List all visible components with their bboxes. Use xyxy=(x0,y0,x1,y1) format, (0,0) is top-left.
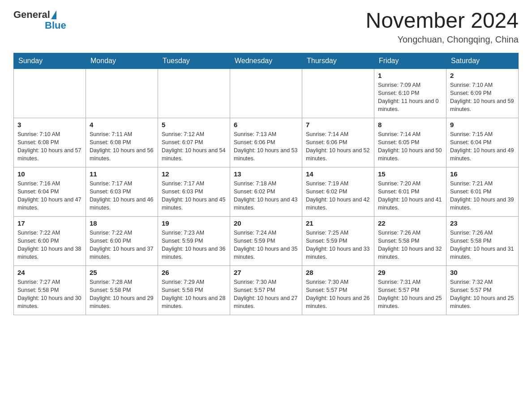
day-number: 28 xyxy=(306,269,370,276)
day-info: Sunrise: 7:13 AMSunset: 6:06 PMDaylight:… xyxy=(234,130,298,163)
calendar-cell: 24Sunrise: 7:27 AMSunset: 5:58 PMDayligh… xyxy=(14,265,86,315)
week-row-4: 17Sunrise: 7:22 AMSunset: 6:00 PMDayligh… xyxy=(14,216,519,265)
day-header-friday: Friday xyxy=(374,53,446,68)
logo-general-text: General xyxy=(13,9,50,21)
day-info: Sunrise: 7:18 AMSunset: 6:02 PMDaylight:… xyxy=(234,180,298,212)
day-info: Sunrise: 7:14 AMSunset: 6:05 PMDaylight:… xyxy=(378,130,442,163)
day-header-wednesday: Wednesday xyxy=(230,53,302,68)
day-header-tuesday: Tuesday xyxy=(158,53,230,68)
calendar-cell: 27Sunrise: 7:30 AMSunset: 5:57 PMDayligh… xyxy=(230,265,302,315)
day-info: Sunrise: 7:20 AMSunset: 6:01 PMDaylight:… xyxy=(378,180,442,212)
day-number: 29 xyxy=(378,269,442,276)
calendar-cell xyxy=(302,68,374,118)
week-row-5: 24Sunrise: 7:27 AMSunset: 5:58 PMDayligh… xyxy=(14,265,519,315)
day-info: Sunrise: 7:10 AMSunset: 6:08 PMDaylight:… xyxy=(17,130,82,163)
title-block: November 2024 Yongchuan, Chongqing, Chin… xyxy=(365,9,519,45)
day-info: Sunrise: 7:14 AMSunset: 6:06 PMDaylight:… xyxy=(306,130,370,163)
calendar-cell: 13Sunrise: 7:18 AMSunset: 6:02 PMDayligh… xyxy=(230,167,302,216)
day-info: Sunrise: 7:21 AMSunset: 6:01 PMDaylight:… xyxy=(450,180,515,212)
page-header: General Blue November 2024 Yongchuan, Ch… xyxy=(13,9,519,45)
calendar-cell: 12Sunrise: 7:17 AMSunset: 6:03 PMDayligh… xyxy=(158,167,230,216)
day-info: Sunrise: 7:24 AMSunset: 5:59 PMDaylight:… xyxy=(234,229,298,261)
day-number: 20 xyxy=(234,219,298,227)
calendar-cell: 4Sunrise: 7:11 AMSunset: 6:08 PMDaylight… xyxy=(86,118,158,167)
calendar-cell: 7Sunrise: 7:14 AMSunset: 6:06 PMDaylight… xyxy=(302,118,374,167)
day-info: Sunrise: 7:29 AMSunset: 5:58 PMDaylight:… xyxy=(162,278,226,311)
day-info: Sunrise: 7:09 AMSunset: 6:10 PMDaylight:… xyxy=(378,81,442,114)
calendar-cell: 23Sunrise: 7:26 AMSunset: 5:58 PMDayligh… xyxy=(446,216,519,265)
day-number: 4 xyxy=(90,121,154,128)
calendar-header-row: SundayMondayTuesdayWednesdayThursdayFrid… xyxy=(14,53,519,68)
day-number: 13 xyxy=(234,170,298,178)
day-info: Sunrise: 7:26 AMSunset: 5:58 PMDaylight:… xyxy=(450,229,515,261)
day-number: 14 xyxy=(306,170,370,178)
calendar-cell: 1Sunrise: 7:09 AMSunset: 6:10 PMDaylight… xyxy=(374,68,446,118)
calendar-cell: 25Sunrise: 7:28 AMSunset: 5:58 PMDayligh… xyxy=(86,265,158,315)
calendar-cell: 10Sunrise: 7:16 AMSunset: 6:04 PMDayligh… xyxy=(14,167,86,216)
day-info: Sunrise: 7:12 AMSunset: 6:07 PMDaylight:… xyxy=(162,130,226,163)
day-header-monday: Monday xyxy=(86,53,158,68)
day-number: 15 xyxy=(378,170,442,178)
calendar-cell: 3Sunrise: 7:10 AMSunset: 6:08 PMDaylight… xyxy=(14,118,86,167)
calendar-cell: 26Sunrise: 7:29 AMSunset: 5:58 PMDayligh… xyxy=(158,265,230,315)
calendar-cell: 14Sunrise: 7:19 AMSunset: 6:02 PMDayligh… xyxy=(302,167,374,216)
month-title: November 2024 xyxy=(365,9,519,33)
day-info: Sunrise: 7:22 AMSunset: 6:00 PMDaylight:… xyxy=(90,229,154,261)
day-info: Sunrise: 7:27 AMSunset: 5:58 PMDaylight:… xyxy=(17,278,82,311)
calendar-cell: 19Sunrise: 7:23 AMSunset: 5:59 PMDayligh… xyxy=(158,216,230,265)
day-number: 10 xyxy=(17,170,82,178)
day-number: 19 xyxy=(162,219,226,227)
day-number: 21 xyxy=(306,219,370,227)
day-info: Sunrise: 7:16 AMSunset: 6:04 PMDaylight:… xyxy=(17,180,82,212)
logo-blue-text: Blue xyxy=(45,20,66,31)
day-number: 6 xyxy=(234,121,298,128)
week-row-2: 3Sunrise: 7:10 AMSunset: 6:08 PMDaylight… xyxy=(14,118,519,167)
day-number: 18 xyxy=(90,219,154,227)
day-number: 8 xyxy=(378,121,442,128)
day-info: Sunrise: 7:17 AMSunset: 6:03 PMDaylight:… xyxy=(162,180,226,212)
calendar-cell: 30Sunrise: 7:32 AMSunset: 5:57 PMDayligh… xyxy=(446,265,519,315)
day-info: Sunrise: 7:19 AMSunset: 6:02 PMDaylight:… xyxy=(306,180,370,212)
calendar-cell: 5Sunrise: 7:12 AMSunset: 6:07 PMDaylight… xyxy=(158,118,230,167)
day-number: 23 xyxy=(450,219,515,227)
logo: General Blue xyxy=(13,9,66,31)
logo-triangle-icon xyxy=(51,10,56,19)
calendar-cell: 16Sunrise: 7:21 AMSunset: 6:01 PMDayligh… xyxy=(446,167,519,216)
day-number: 7 xyxy=(306,121,370,128)
calendar-cell xyxy=(14,68,86,118)
day-number: 3 xyxy=(17,121,82,128)
day-number: 16 xyxy=(450,170,515,178)
day-number: 5 xyxy=(162,121,226,128)
day-header-saturday: Saturday xyxy=(446,53,519,68)
day-info: Sunrise: 7:25 AMSunset: 5:59 PMDaylight:… xyxy=(306,229,370,261)
week-row-1: 1Sunrise: 7:09 AMSunset: 6:10 PMDaylight… xyxy=(14,68,519,118)
day-info: Sunrise: 7:17 AMSunset: 6:03 PMDaylight:… xyxy=(90,180,154,212)
week-row-3: 10Sunrise: 7:16 AMSunset: 6:04 PMDayligh… xyxy=(14,167,519,216)
location-text: Yongchuan, Chongqing, China xyxy=(365,34,519,45)
day-info: Sunrise: 7:26 AMSunset: 5:58 PMDaylight:… xyxy=(378,229,442,261)
day-number: 25 xyxy=(90,269,154,276)
calendar-cell: 11Sunrise: 7:17 AMSunset: 6:03 PMDayligh… xyxy=(86,167,158,216)
day-info: Sunrise: 7:22 AMSunset: 6:00 PMDaylight:… xyxy=(17,229,82,261)
day-info: Sunrise: 7:15 AMSunset: 6:04 PMDaylight:… xyxy=(450,130,515,163)
day-info: Sunrise: 7:11 AMSunset: 6:08 PMDaylight:… xyxy=(90,130,154,163)
calendar-cell: 21Sunrise: 7:25 AMSunset: 5:59 PMDayligh… xyxy=(302,216,374,265)
calendar-table: SundayMondayTuesdayWednesdayThursdayFrid… xyxy=(13,53,519,315)
calendar-cell xyxy=(230,68,302,118)
calendar-cell: 18Sunrise: 7:22 AMSunset: 6:00 PMDayligh… xyxy=(86,216,158,265)
calendar-cell: 22Sunrise: 7:26 AMSunset: 5:58 PMDayligh… xyxy=(374,216,446,265)
day-number: 30 xyxy=(450,269,515,276)
calendar-cell: 15Sunrise: 7:20 AMSunset: 6:01 PMDayligh… xyxy=(374,167,446,216)
day-number: 26 xyxy=(162,269,226,276)
day-header-thursday: Thursday xyxy=(302,53,374,68)
calendar-cell: 9Sunrise: 7:15 AMSunset: 6:04 PMDaylight… xyxy=(446,118,519,167)
day-info: Sunrise: 7:10 AMSunset: 6:09 PMDaylight:… xyxy=(450,81,515,114)
day-info: Sunrise: 7:31 AMSunset: 5:57 PMDaylight:… xyxy=(378,278,442,311)
day-number: 22 xyxy=(378,219,442,227)
day-number: 11 xyxy=(90,170,154,178)
day-number: 17 xyxy=(17,219,82,227)
calendar-cell xyxy=(158,68,230,118)
calendar-cell: 8Sunrise: 7:14 AMSunset: 6:05 PMDaylight… xyxy=(374,118,446,167)
day-number: 9 xyxy=(450,121,515,128)
day-number: 12 xyxy=(162,170,226,178)
